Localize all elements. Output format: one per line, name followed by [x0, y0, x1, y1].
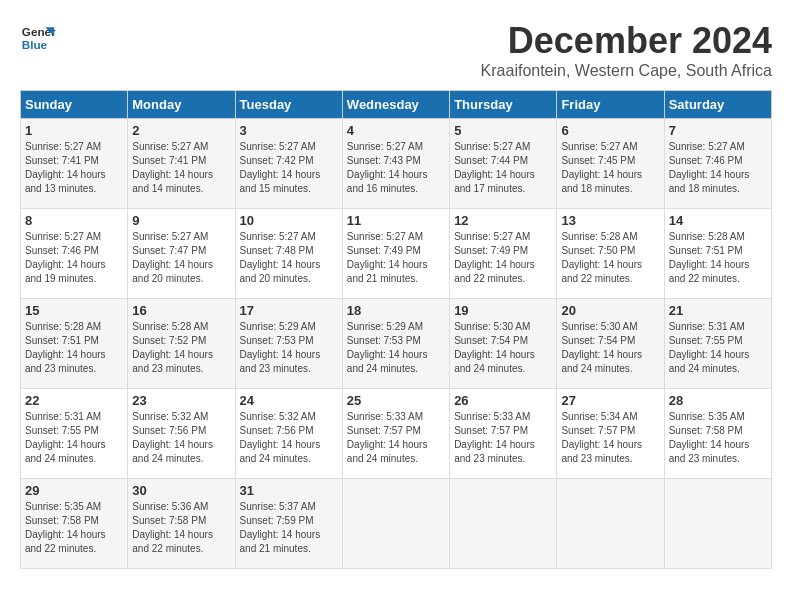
calendar-table: SundayMondayTuesdayWednesdayThursdayFrid…: [20, 90, 772, 569]
day-cell: 20 Sunrise: 5:30 AMSunset: 7:54 PMDaylig…: [557, 299, 664, 389]
header-tuesday: Tuesday: [235, 91, 342, 119]
day-number: 1: [25, 123, 123, 138]
day-info: Sunrise: 5:30 AMSunset: 7:54 PMDaylight:…: [454, 320, 552, 376]
day-number: 7: [669, 123, 767, 138]
day-cell: 29 Sunrise: 5:35 AMSunset: 7:58 PMDaylig…: [21, 479, 128, 569]
day-cell: 8 Sunrise: 5:27 AMSunset: 7:46 PMDayligh…: [21, 209, 128, 299]
header-row: SundayMondayTuesdayWednesdayThursdayFrid…: [21, 91, 772, 119]
day-cell: 12 Sunrise: 5:27 AMSunset: 7:49 PMDaylig…: [450, 209, 557, 299]
day-info: Sunrise: 5:31 AMSunset: 7:55 PMDaylight:…: [669, 320, 767, 376]
day-cell: 1 Sunrise: 5:27 AMSunset: 7:41 PMDayligh…: [21, 119, 128, 209]
day-info: Sunrise: 5:27 AMSunset: 7:41 PMDaylight:…: [25, 140, 123, 196]
day-number: 5: [454, 123, 552, 138]
day-number: 6: [561, 123, 659, 138]
day-cell: 4 Sunrise: 5:27 AMSunset: 7:43 PMDayligh…: [342, 119, 449, 209]
week-row-2: 8 Sunrise: 5:27 AMSunset: 7:46 PMDayligh…: [21, 209, 772, 299]
week-row-4: 22 Sunrise: 5:31 AMSunset: 7:55 PMDaylig…: [21, 389, 772, 479]
day-number: 16: [132, 303, 230, 318]
day-number: 2: [132, 123, 230, 138]
day-cell: 13 Sunrise: 5:28 AMSunset: 7:50 PMDaylig…: [557, 209, 664, 299]
day-number: 3: [240, 123, 338, 138]
day-cell: 18 Sunrise: 5:29 AMSunset: 7:53 PMDaylig…: [342, 299, 449, 389]
day-info: Sunrise: 5:27 AMSunset: 7:42 PMDaylight:…: [240, 140, 338, 196]
day-info: Sunrise: 5:36 AMSunset: 7:58 PMDaylight:…: [132, 500, 230, 556]
day-number: 8: [25, 213, 123, 228]
day-cell: 26 Sunrise: 5:33 AMSunset: 7:57 PMDaylig…: [450, 389, 557, 479]
day-number: 31: [240, 483, 338, 498]
day-info: Sunrise: 5:35 AMSunset: 7:58 PMDaylight:…: [25, 500, 123, 556]
day-info: Sunrise: 5:29 AMSunset: 7:53 PMDaylight:…: [347, 320, 445, 376]
logo-icon: General Blue: [20, 20, 56, 56]
day-info: Sunrise: 5:37 AMSunset: 7:59 PMDaylight:…: [240, 500, 338, 556]
header-thursday: Thursday: [450, 91, 557, 119]
day-cell: 14 Sunrise: 5:28 AMSunset: 7:51 PMDaylig…: [664, 209, 771, 299]
day-number: 23: [132, 393, 230, 408]
day-info: Sunrise: 5:27 AMSunset: 7:48 PMDaylight:…: [240, 230, 338, 286]
header-sunday: Sunday: [21, 91, 128, 119]
day-info: Sunrise: 5:33 AMSunset: 7:57 PMDaylight:…: [454, 410, 552, 466]
day-info: Sunrise: 5:27 AMSunset: 7:49 PMDaylight:…: [454, 230, 552, 286]
day-cell: 21 Sunrise: 5:31 AMSunset: 7:55 PMDaylig…: [664, 299, 771, 389]
day-cell: 24 Sunrise: 5:32 AMSunset: 7:56 PMDaylig…: [235, 389, 342, 479]
day-info: Sunrise: 5:27 AMSunset: 7:46 PMDaylight:…: [25, 230, 123, 286]
day-number: 30: [132, 483, 230, 498]
day-number: 26: [454, 393, 552, 408]
day-number: 22: [25, 393, 123, 408]
day-number: 24: [240, 393, 338, 408]
day-info: Sunrise: 5:32 AMSunset: 7:56 PMDaylight:…: [132, 410, 230, 466]
day-info: Sunrise: 5:31 AMSunset: 7:55 PMDaylight:…: [25, 410, 123, 466]
day-info: Sunrise: 5:30 AMSunset: 7:54 PMDaylight:…: [561, 320, 659, 376]
week-row-3: 15 Sunrise: 5:28 AMSunset: 7:51 PMDaylig…: [21, 299, 772, 389]
day-number: 25: [347, 393, 445, 408]
day-info: Sunrise: 5:27 AMSunset: 7:43 PMDaylight:…: [347, 140, 445, 196]
month-title: December 2024: [481, 20, 772, 62]
svg-text:Blue: Blue: [22, 38, 48, 51]
day-info: Sunrise: 5:27 AMSunset: 7:41 PMDaylight:…: [132, 140, 230, 196]
day-cell: [664, 479, 771, 569]
day-cell: [557, 479, 664, 569]
day-number: 18: [347, 303, 445, 318]
day-number: 29: [25, 483, 123, 498]
day-cell: 19 Sunrise: 5:30 AMSunset: 7:54 PMDaylig…: [450, 299, 557, 389]
header-monday: Monday: [128, 91, 235, 119]
day-info: Sunrise: 5:28 AMSunset: 7:52 PMDaylight:…: [132, 320, 230, 376]
header-wednesday: Wednesday: [342, 91, 449, 119]
location-title: Kraaifontein, Western Cape, South Africa: [481, 62, 772, 80]
day-number: 10: [240, 213, 338, 228]
day-cell: 22 Sunrise: 5:31 AMSunset: 7:55 PMDaylig…: [21, 389, 128, 479]
day-cell: 2 Sunrise: 5:27 AMSunset: 7:41 PMDayligh…: [128, 119, 235, 209]
day-cell: 23 Sunrise: 5:32 AMSunset: 7:56 PMDaylig…: [128, 389, 235, 479]
day-cell: 28 Sunrise: 5:35 AMSunset: 7:58 PMDaylig…: [664, 389, 771, 479]
header-friday: Friday: [557, 91, 664, 119]
day-cell: 5 Sunrise: 5:27 AMSunset: 7:44 PMDayligh…: [450, 119, 557, 209]
header-saturday: Saturday: [664, 91, 771, 119]
day-number: 4: [347, 123, 445, 138]
page-header: General Blue December 2024 Kraaifontein,…: [20, 20, 772, 80]
day-cell: [450, 479, 557, 569]
day-number: 21: [669, 303, 767, 318]
title-section: December 2024 Kraaifontein, Western Cape…: [481, 20, 772, 80]
day-number: 19: [454, 303, 552, 318]
day-number: 11: [347, 213, 445, 228]
day-cell: [342, 479, 449, 569]
day-number: 28: [669, 393, 767, 408]
day-info: Sunrise: 5:27 AMSunset: 7:49 PMDaylight:…: [347, 230, 445, 286]
day-cell: 6 Sunrise: 5:27 AMSunset: 7:45 PMDayligh…: [557, 119, 664, 209]
day-cell: 9 Sunrise: 5:27 AMSunset: 7:47 PMDayligh…: [128, 209, 235, 299]
day-number: 12: [454, 213, 552, 228]
day-number: 27: [561, 393, 659, 408]
day-info: Sunrise: 5:34 AMSunset: 7:57 PMDaylight:…: [561, 410, 659, 466]
day-cell: 10 Sunrise: 5:27 AMSunset: 7:48 PMDaylig…: [235, 209, 342, 299]
day-info: Sunrise: 5:28 AMSunset: 7:51 PMDaylight:…: [25, 320, 123, 376]
day-cell: 31 Sunrise: 5:37 AMSunset: 7:59 PMDaylig…: [235, 479, 342, 569]
day-cell: 17 Sunrise: 5:29 AMSunset: 7:53 PMDaylig…: [235, 299, 342, 389]
day-cell: 7 Sunrise: 5:27 AMSunset: 7:46 PMDayligh…: [664, 119, 771, 209]
day-info: Sunrise: 5:32 AMSunset: 7:56 PMDaylight:…: [240, 410, 338, 466]
week-row-1: 1 Sunrise: 5:27 AMSunset: 7:41 PMDayligh…: [21, 119, 772, 209]
day-info: Sunrise: 5:27 AMSunset: 7:45 PMDaylight:…: [561, 140, 659, 196]
day-number: 9: [132, 213, 230, 228]
day-cell: 16 Sunrise: 5:28 AMSunset: 7:52 PMDaylig…: [128, 299, 235, 389]
day-cell: 30 Sunrise: 5:36 AMSunset: 7:58 PMDaylig…: [128, 479, 235, 569]
day-cell: 25 Sunrise: 5:33 AMSunset: 7:57 PMDaylig…: [342, 389, 449, 479]
day-info: Sunrise: 5:27 AMSunset: 7:44 PMDaylight:…: [454, 140, 552, 196]
